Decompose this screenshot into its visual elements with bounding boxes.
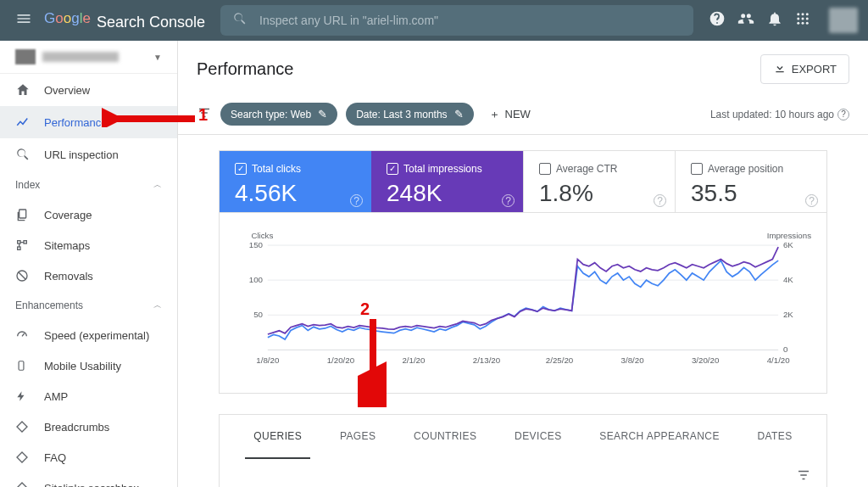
sidebar-item-mobile[interactable]: Mobile Usability [0,350,177,381]
svg-rect-10 [19,210,26,218]
home-icon [15,82,31,98]
sidebar-section-index[interactable]: Index︿ [0,171,177,199]
gauge-icon [15,328,31,342]
svg-point-7 [797,22,799,25]
help-icon[interactable] [709,10,726,31]
add-filter-button[interactable]: ＋NEW [482,104,537,126]
chevron-down-icon: ▼ [153,53,162,62]
svg-point-1 [797,13,799,15]
chevron-up-icon: ︿ [153,179,162,191]
menu-icon[interactable] [10,5,37,36]
edit-icon: ✎ [454,108,464,120]
svg-point-9 [806,22,809,25]
svg-text:100: 100 [249,275,264,284]
svg-point-8 [802,22,804,25]
tab-dates[interactable]: DATES [749,415,801,459]
page-title: Performance [197,59,294,79]
data-tabs-panel: QUERIES PAGES COUNTRIES DEVICES SEARCH A… [219,414,827,487]
sidebar-item-sitemaps[interactable]: Sitemaps [0,230,177,260]
tab-devices[interactable]: DEVICES [506,415,570,459]
card-total-clicks[interactable]: ✓Total clicks 4.56K ? [220,151,371,212]
search-icon [232,11,248,30]
property-thumb [15,49,36,64]
sidebar-item-amp[interactable]: AMP [0,381,177,411]
sidebar-item-removals[interactable]: Removals [0,260,177,291]
product-name: Search Console [97,14,205,31]
tab-queries[interactable]: QUERIES [245,415,310,459]
metric-cards: ✓Total clicks 4.56K ? ✓Total impressions… [219,150,827,212]
phone-icon [15,359,31,372]
plus-icon: ＋ [489,107,500,122]
svg-text:Google: Google [44,10,91,26]
edit-icon: ✎ [318,108,327,120]
filter-search-type[interactable]: Search type: Web✎ [220,103,337,126]
header-actions [709,8,858,33]
apps-icon[interactable] [795,11,810,30]
search-input[interactable] [259,14,682,27]
sidebar-item-label: Overview [44,84,90,97]
svg-point-5 [802,18,804,20]
avatar[interactable] [829,8,858,33]
sidebar-section-enhancements[interactable]: Enhancements︿ [0,291,177,320]
svg-text:1/20/20: 1/20/20 [327,355,355,365]
left-axis-label: Clicks [251,231,273,240]
sidebar-item-sitelinks[interactable]: Sitelinks searchbox [0,473,177,487]
sidebar-item-breadcrumbs[interactable]: Breadcrumbs [0,411,177,442]
sidebar-item-coverage[interactable]: Coverage [0,199,177,230]
main-content: Performance EXPORT Search type: Web✎ Dat… [178,41,868,487]
diamond-icon [15,420,31,434]
sidebar-item-speed[interactable]: Speed (experimental) [0,320,177,350]
sidebar-item-label: URL inspection [44,148,119,161]
notifications-icon[interactable] [766,10,783,31]
svg-text:4K: 4K [783,275,793,284]
url-inspect-search[interactable] [220,5,693,36]
sitemap-icon [15,238,31,252]
svg-point-4 [797,18,799,20]
tab-countries[interactable]: COUNTRIES [405,415,485,459]
sidebar-item-overview[interactable]: Overview [0,74,177,106]
sidebar-item-faq[interactable]: FAQ [0,442,177,473]
right-axis-label: Impressions [767,231,811,240]
help-icon[interactable]: ? [654,194,666,207]
svg-text:3/8/20: 3/8/20 [621,355,645,365]
diamond-icon [15,451,31,464]
tab-pages[interactable]: PAGES [331,415,384,459]
title-bar: Performance EXPORT [178,41,868,98]
download-icon [773,61,787,77]
svg-text:3/20/20: 3/20/20 [692,355,720,365]
checkbox-checked-icon: ✓ [235,163,247,175]
sidebar: ▼ Overview Performance URL inspection In… [0,41,178,487]
svg-point-2 [802,13,804,15]
sidebar-item-label: Performance [44,116,107,129]
svg-text:2K: 2K [783,310,793,319]
sidebar-item-url-inspection[interactable]: URL inspection [0,138,177,171]
app-header: Google Search Console [0,0,868,41]
help-icon[interactable]: ? [837,109,849,120]
property-selector[interactable]: ▼ [0,41,177,74]
card-average-ctr[interactable]: Average CTR 1.8% ? [523,151,675,212]
checkbox-icon [539,163,551,175]
export-button[interactable]: EXPORT [760,54,849,84]
product-logo: Google Search Console [44,10,205,31]
annotation-label-1: 1 [198,105,208,125]
checkbox-icon [691,163,703,175]
tab-search-appearance[interactable]: SEARCH APPEARANCE [591,415,728,459]
help-icon[interactable]: ? [805,194,818,207]
svg-text:1/8/20: 1/8/20 [256,355,280,365]
help-icon[interactable]: ? [502,194,515,207]
help-icon[interactable]: ? [350,194,363,207]
svg-rect-13 [18,247,20,249]
block-icon [15,269,31,283]
filter-icon[interactable] [796,467,811,486]
data-tabs: QUERIES PAGES COUNTRIES DEVICES SEARCH A… [235,415,811,459]
svg-text:2/1/20: 2/1/20 [402,355,426,365]
svg-point-6 [806,18,809,20]
svg-text:4/1/20: 4/1/20 [767,355,791,365]
card-average-position[interactable]: Average position 35.5 ? [675,151,826,212]
card-total-impressions[interactable]: ✓Total impressions 248K ? [371,151,523,212]
filter-date[interactable]: Date: Last 3 months✎ [346,103,473,126]
sidebar-item-performance[interactable]: Performance [0,106,177,138]
checkbox-checked-icon: ✓ [387,163,398,175]
users-icon[interactable] [737,10,754,31]
bolt-icon [15,389,31,403]
